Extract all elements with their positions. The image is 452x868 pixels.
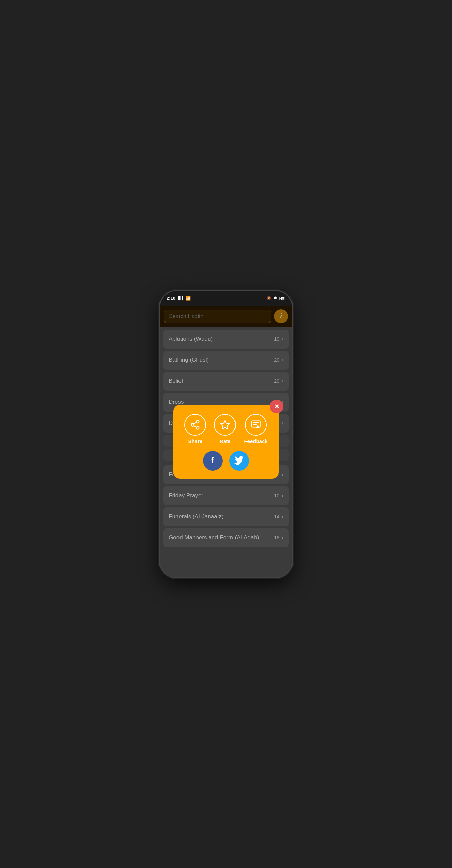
facebook-button[interactable]: f (203, 451, 223, 471)
signal-icon: ▐▌▌ (177, 296, 184, 300)
feedback-label: Feedback (244, 438, 267, 444)
battery-display: [49] (279, 296, 285, 300)
share-icon-circle (184, 414, 206, 436)
star-icon (220, 420, 230, 430)
share-button[interactable]: Share (184, 414, 206, 444)
rate-label: Rate (220, 438, 231, 444)
app-content: Search Hadith i Ablutions (Wudu) 19 › Ba… (160, 306, 292, 577)
time-display: 2:10 (167, 296, 175, 301)
feedback-button[interactable]: Feedback (244, 414, 267, 444)
twitter-icon (234, 456, 244, 466)
status-bar: 2:10 ▐▌▌ 📶 🔕 ✱ [49] (160, 291, 292, 306)
status-right: 🔕 ✱ [49] (267, 296, 285, 300)
popup-icons-row: Share Rate (182, 414, 270, 444)
mute-icon: 🔕 (267, 296, 271, 300)
popup-overlay: ✕ Share (160, 306, 292, 577)
feedback-icon-circle (245, 414, 267, 436)
rate-button[interactable]: Rate (214, 414, 236, 444)
phone-frame: 2:10 ▐▌▌ 📶 🔕 ✱ [49] Search Hadith i Ablu (160, 291, 292, 577)
wifi-icon: 📶 (185, 296, 191, 301)
svg-line-4 (194, 422, 197, 424)
feedback-icon (251, 420, 261, 430)
twitter-button[interactable] (229, 451, 249, 471)
svg-marker-5 (221, 420, 229, 429)
share-label: Share (188, 438, 203, 444)
popup-card: ✕ Share (173, 405, 279, 479)
facebook-icon: f (211, 455, 214, 466)
bluetooth-icon: ✱ (274, 296, 277, 300)
status-left: 2:10 ▐▌▌ 📶 (167, 296, 191, 301)
svg-line-3 (194, 425, 197, 427)
share-icon (190, 420, 200, 430)
close-button[interactable]: ✕ (270, 400, 283, 413)
social-row: f (182, 451, 270, 471)
rate-icon-circle (214, 414, 236, 436)
